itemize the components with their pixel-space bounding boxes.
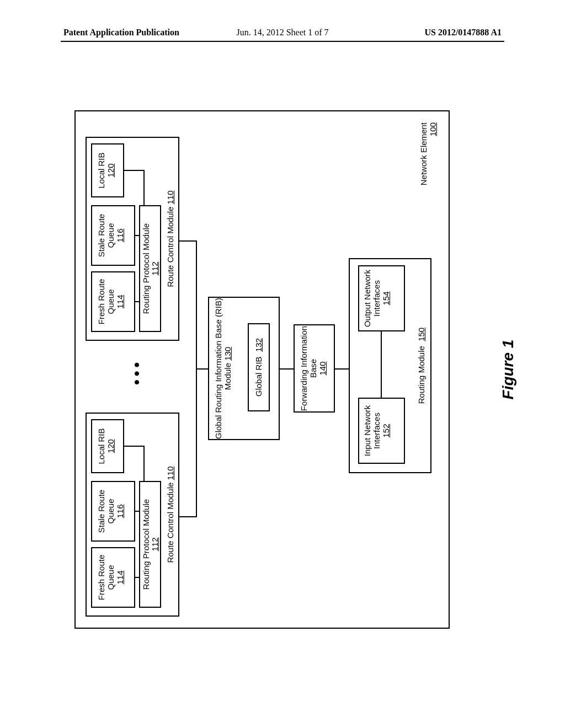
lrib-ref: 120 — [106, 420, 115, 472]
frq-ref: 114 — [115, 548, 125, 607]
route-control-module-a: Fresh Route Queue 114 Stale Route Queue … — [86, 413, 179, 617]
oni-label: Output Network Interfaces — [363, 266, 381, 330]
routing-protocol-module-a: Routing Protocol Module 112 — [139, 481, 161, 608]
local-rib-a: Local RIB 120 — [91, 419, 124, 473]
ini-ref: 152 — [381, 399, 391, 463]
routing-module: Input Network Interfaces 152 Output Netw… — [349, 258, 431, 473]
route-control-module-b: Fresh Route Queue 114 Stale Route Queue … — [86, 137, 179, 341]
gribm-label: Global Routing Information Base (RIB) Mo… — [214, 298, 232, 439]
frq-label: Fresh Route Queue — [97, 272, 115, 331]
figure-rotated-wrapper: Network Element 100 Fresh Route Queue 11… — [17, 157, 547, 571]
rpm-label: Routing Protocol Module — [142, 482, 151, 607]
rm-ref: 150 — [417, 328, 426, 341]
network-element-text: Network Element — [419, 122, 428, 185]
fresh-route-queue-a: Fresh Route Queue 114 — [91, 547, 135, 608]
rcm-label: Route Control Module — [166, 207, 175, 287]
connector — [196, 240, 197, 517]
network-element-box: Network Element 100 Fresh Route Queue 11… — [74, 110, 450, 629]
input-network-interfaces: Input Network Interfaces 152 — [358, 398, 405, 464]
connector — [135, 511, 139, 512]
local-rib-b: Local RIB 120 — [91, 143, 124, 197]
page-header: Patent Application Publication Jun. 14, … — [0, 28, 565, 38]
fib-ref: 140 — [318, 325, 327, 411]
srq-label: Stale Route Queue — [97, 206, 115, 265]
connector — [143, 446, 145, 481]
routing-protocol-module-b: Routing Protocol Module 112 — [139, 205, 161, 332]
header-middle: Jun. 14, 2012 Sheet 1 of 7 — [210, 28, 356, 38]
ellipsis-icon: ••• — [128, 359, 146, 385]
header-left: Patent Application Publication — [0, 28, 210, 38]
connector — [135, 577, 139, 578]
figure-canvas: Network Element 100 Fresh Route Queue 11… — [74, 99, 489, 629]
lrib-label: Local RIB — [97, 420, 106, 472]
connector — [179, 516, 196, 517]
connector — [335, 368, 349, 370]
lrib-ref: 120 — [106, 144, 115, 196]
global-rib-module: Global Routing Information Base (RIB) Mo… — [208, 297, 280, 440]
rpm-label: Routing Protocol Module — [142, 206, 151, 331]
connector — [124, 446, 143, 447]
rm-label: Routing Module — [417, 346, 426, 404]
grib-ref: 132 — [254, 338, 263, 352]
grib-label: Global RIB — [254, 356, 263, 397]
ini-label: Input Network Interfaces — [363, 399, 381, 463]
frq-label: Fresh Route Queue — [97, 548, 115, 607]
global-rib: Global RIB 132 — [248, 323, 270, 411]
oni-ref: 154 — [381, 266, 391, 330]
rm-caption: Routing Module 150 — [417, 259, 426, 472]
connector — [381, 331, 382, 398]
fresh-route-queue-b: Fresh Route Queue 114 — [91, 271, 135, 332]
lrib-label: Local RIB — [97, 144, 106, 196]
connector — [280, 368, 294, 370]
gribm-caption: Global Routing Information Base (RIB) Mo… — [214, 298, 232, 439]
page: Patent Application Publication Jun. 14, … — [0, 0, 565, 728]
connector — [143, 170, 145, 205]
figure-caption: Figure 1 — [499, 110, 517, 629]
connector — [124, 170, 143, 171]
rpm-ref: 112 — [151, 206, 159, 331]
stale-route-queue-a: Stale Route Queue 116 — [91, 481, 135, 542]
connector — [135, 235, 139, 236]
header-rule — [61, 41, 504, 42]
gribm-ref: 130 — [223, 347, 232, 361]
network-element-ref: 100 — [428, 122, 438, 185]
srq-ref: 116 — [115, 206, 125, 265]
rcm-label: Route Control Module — [166, 483, 175, 563]
fib-label: Forwarding Information Base — [299, 325, 318, 411]
srq-ref: 116 — [115, 482, 125, 540]
connector — [179, 240, 196, 242]
network-element-label: Network Element 100 — [419, 122, 438, 185]
rcm-caption-b: Route Control Module 110 — [166, 138, 175, 340]
rpm-ref: 112 — [151, 482, 159, 607]
header-right: US 2012/0147888 A1 — [355, 28, 565, 38]
connector — [135, 301, 139, 302]
rcm-caption-a: Route Control Module 110 — [166, 414, 175, 615]
srq-label: Stale Route Queue — [97, 482, 115, 540]
rcm-ref: 110 — [166, 466, 175, 480]
rcm-ref: 110 — [166, 190, 175, 204]
stale-route-queue-b: Stale Route Queue 116 — [91, 205, 135, 266]
frq-ref: 114 — [115, 272, 125, 331]
connector — [196, 368, 208, 370]
forwarding-information-base: Forwarding Information Base 140 — [294, 324, 335, 413]
output-network-interfaces: Output Network Interfaces 154 — [358, 265, 405, 331]
